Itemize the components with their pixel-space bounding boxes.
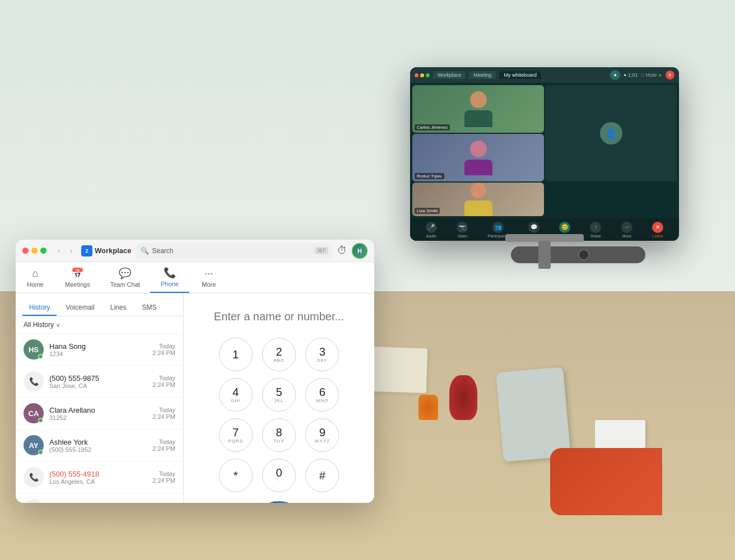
history-filter[interactable]: All History ∨	[16, 316, 183, 334]
missed-call-icon: 📞	[29, 473, 39, 482]
dial-button-6[interactable]: 6 MNO	[305, 378, 339, 412]
navigation-bar: ⌂ Home 📅 Meetings 💬 Team Chat 📞 Phone ··…	[16, 262, 374, 293]
call-info: Clara Arellano 31252	[49, 406, 147, 421]
dial-button-0[interactable]: 0 ·	[262, 459, 296, 492]
tab-sms[interactable]: SMS	[135, 300, 163, 316]
tv-control-audio[interactable]: 🎤 Audio	[426, 222, 437, 238]
phone-icon: 📞	[164, 267, 176, 279]
dial-button-hash[interactable]: #	[305, 459, 339, 492]
nav-label-home: Home	[27, 281, 43, 288]
zoom-logo: Z Workplace	[81, 245, 132, 256]
tv-control-share[interactable]: ↑ Share	[590, 222, 601, 238]
dial-button-4[interactable]: 4 GHI	[219, 378, 253, 412]
teamchat-icon: 💬	[119, 267, 131, 279]
call-name: Hana Song	[49, 342, 147, 351]
tv-tab-whiteboard: My whiteboard	[499, 71, 541, 79]
maximize-window-button[interactable]	[40, 248, 46, 254]
tv-screen: Workplace Meeting My whiteboard ● ● 1:01…	[410, 67, 679, 241]
call-time: Today 2:24 PM	[152, 438, 175, 452]
vase-decoration	[449, 375, 477, 420]
call-type-icon: 📞	[29, 377, 39, 386]
zoom-brand-name: Workplace	[95, 246, 132, 255]
dial-button-5[interactable]: 5 JKL	[262, 378, 296, 412]
call-item[interactable]: 📞 (500) 555-9875 San Jose, CA Today 2:24…	[16, 366, 183, 398]
tv-participant-2: Lisa Smith	[412, 183, 544, 216]
tab-history[interactable]: History	[22, 300, 57, 316]
call-time: Today 2:24 PM	[152, 343, 175, 356]
person-arm-decoration	[550, 448, 662, 515]
call-item[interactable]: 📞 (500) 555-4918 Los Angeles, CA Yesterd…	[16, 493, 183, 503]
online-indicator	[38, 354, 43, 359]
close-window-button[interactable]	[22, 248, 29, 254]
call-time: Yesterday 2:24 PM	[148, 502, 175, 503]
notebook-decoration	[595, 420, 645, 448]
nav-item-phone[interactable]: 📞 Phone	[150, 262, 189, 293]
call-subtitle: Los Angeles, CA	[49, 478, 147, 485]
avatar: AY	[24, 435, 44, 455]
nav-label-more: More	[202, 281, 216, 288]
dialer-panel: 1 2 ABC 3 DEF 4 GHI 5 JKL	[184, 293, 374, 503]
search-bar[interactable]: 🔍 Search ⌘F	[136, 243, 333, 259]
tv-control-more[interactable]: ··· More	[621, 222, 632, 238]
nav-item-more[interactable]: ··· More	[189, 262, 229, 293]
nav-label-teamchat: Team Chat	[110, 281, 140, 288]
call-info: (500) 555-4918 Los Angeles, CA	[49, 470, 147, 485]
minimize-window-button[interactable]	[31, 248, 38, 254]
tab-voicemail[interactable]: Voicemail	[59, 300, 101, 316]
filter-label: All History	[24, 321, 54, 329]
phone-icon-wrapper: 📞	[24, 499, 44, 503]
more-icon: ···	[204, 268, 213, 279]
filter-chevron-icon: ∨	[56, 322, 60, 328]
call-item[interactable]: HS Hana Song 1234 Today 2:24 PM	[16, 334, 183, 366]
tv-tab-meeting: Meeting	[469, 71, 496, 79]
call-info: Ashlee York (500) 555-1952	[49, 438, 147, 453]
nav-item-home[interactable]: ⌂ Home	[16, 262, 55, 293]
history-button[interactable]: ⏱	[337, 245, 347, 256]
nav-item-teamchat[interactable]: 💬 Team Chat	[100, 262, 150, 293]
phone-icon-wrapper: 📞	[24, 371, 44, 391]
window-traffic-lights	[22, 248, 46, 254]
dialer-input[interactable]	[195, 305, 363, 329]
tv-zoom-bar: Workplace Meeting My whiteboard ● ● 1:01…	[410, 67, 679, 83]
call-time: Today 2:24 PM	[152, 375, 175, 388]
call-button[interactable]: 📞	[263, 501, 295, 503]
zoom-logo-icon: Z	[81, 245, 92, 256]
tv-participant-3: Roduz Tqwu	[412, 134, 544, 181]
call-name: Clara Arellano	[49, 406, 147, 414]
nav-label-phone: Phone	[161, 281, 179, 287]
profile-avatar[interactable]: H	[352, 243, 368, 259]
dialpad: 1 2 ABC 3 DEF 4 GHI 5 JKL	[217, 338, 341, 492]
tv-control-leave[interactable]: ✕ Leave	[652, 222, 663, 238]
tv-participant-1: Carlos Jiménez	[412, 85, 544, 133]
dial-button-7[interactable]: 7 PQRS	[219, 418, 253, 452]
call-info: Hana Song 1234	[49, 342, 147, 357]
call-name: Ashlee York	[49, 438, 147, 446]
call-item[interactable]: AY Ashlee York (500) 555-1952 Today 2:24…	[16, 430, 183, 461]
tv-participant-2-label: Lisa Smith	[415, 208, 440, 214]
search-label: Search	[152, 247, 174, 255]
left-panel: History Voicemail Lines SMS All History …	[16, 293, 184, 503]
dial-button-1[interactable]: 1	[219, 338, 253, 371]
call-item[interactable]: CA Clara Arellano 31252 Today 2:24 PM	[16, 398, 183, 430]
tv-mount	[538, 241, 551, 269]
tab-lines[interactable]: Lines	[104, 300, 133, 316]
dial-button-2[interactable]: 2 ABC	[262, 338, 296, 371]
call-subtitle: San Jose, CA	[49, 382, 147, 389]
forward-button[interactable]: ›	[66, 245, 77, 256]
main-content: History Voicemail Lines SMS All History …	[16, 293, 374, 503]
call-item[interactable]: 📞 (500) 555-4918 Los Angeles, CA Today 2…	[16, 461, 183, 493]
nav-item-meetings[interactable]: 📅 Meetings	[55, 262, 100, 293]
dial-button-3[interactable]: 3 DEF	[305, 338, 339, 371]
tv-display: Workplace Meeting My whiteboard ● ● 1:01…	[410, 67, 679, 241]
tv-participant-3-label: Roduz Tqwu	[415, 173, 444, 179]
avatar: HS	[24, 339, 44, 360]
online-indicator	[38, 450, 43, 455]
call-name: (500) 555-9875	[49, 374, 147, 382]
dial-button-9[interactable]: 9 WXYZ	[305, 418, 339, 452]
online-indicator	[38, 418, 43, 423]
dial-button-8[interactable]: 8 TUV	[262, 418, 296, 452]
tv-control-video[interactable]: 📷 Video	[457, 222, 468, 238]
back-button[interactable]: ‹	[53, 245, 64, 256]
cup-decoration	[418, 395, 438, 420]
dial-button-star[interactable]: *	[219, 459, 253, 492]
